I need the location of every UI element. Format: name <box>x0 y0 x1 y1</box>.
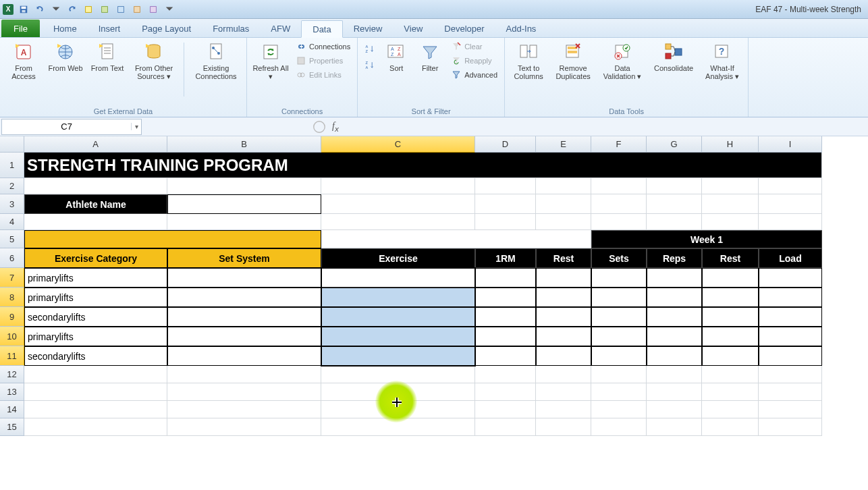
qat-custom3[interactable] <box>113 3 128 16</box>
cell[interactable] <box>647 418 702 436</box>
hdr-exercise[interactable]: Exercise <box>321 248 475 268</box>
name-box-input[interactable] <box>2 121 131 132</box>
col-head-A[interactable]: A <box>24 136 167 153</box>
cell[interactable] <box>321 178 475 194</box>
cell[interactable] <box>167 401 321 418</box>
tab-formulas[interactable]: Formulas <box>202 20 260 37</box>
tab-review[interactable]: Review <box>343 20 394 37</box>
cell[interactable] <box>647 366 702 383</box>
remove-duplicates-button[interactable]: Remove Duplicates <box>551 40 595 82</box>
tab-data[interactable]: Data <box>301 20 342 38</box>
cell[interactable] <box>647 194 702 214</box>
row-head-3[interactable]: 3 <box>0 194 24 214</box>
cell[interactable] <box>475 178 536 194</box>
set-system-cell[interactable] <box>167 346 321 366</box>
cell[interactable] <box>536 214 591 230</box>
tab-file[interactable]: File <box>1 20 40 37</box>
row-head-8[interactable]: 8 <box>0 288 24 307</box>
cell[interactable] <box>591 178 647 194</box>
set-system-cell[interactable] <box>167 288 321 307</box>
data-cell[interactable] <box>536 346 591 366</box>
exercise-category-cell[interactable]: primarylifts <box>24 268 167 288</box>
cell[interactable] <box>702 214 759 230</box>
hdr-rest1[interactable]: Rest <box>536 248 591 268</box>
what-if-button[interactable]: ? What-If Analysis ▾ <box>701 40 744 82</box>
qat-custom2[interactable] <box>97 3 112 16</box>
tab-afw[interactable]: AFW <box>260 20 301 37</box>
cell[interactable] <box>321 401 475 418</box>
cell[interactable] <box>321 230 591 248</box>
cell[interactable] <box>647 178 702 194</box>
name-box-dropdown[interactable]: ▾ <box>131 123 141 130</box>
col-head-F[interactable]: F <box>591 136 647 153</box>
set-system-cell[interactable] <box>167 327 321 346</box>
exercise-cell[interactable] <box>321 327 475 346</box>
row-head-1[interactable]: 1 <box>0 153 24 178</box>
program-title[interactable]: STRENGTH TRAINING PROGRAM <box>24 153 822 178</box>
cell[interactable] <box>759 401 822 418</box>
row-head-4[interactable]: 4 <box>0 214 24 230</box>
qat-custom1[interactable] <box>81 3 96 16</box>
connections-button[interactable]: Connections <box>293 40 353 53</box>
cell[interactable] <box>647 214 702 230</box>
name-box[interactable]: ▾ <box>1 119 142 135</box>
col-head-E[interactable]: E <box>536 136 591 153</box>
row-head-9[interactable]: 9 <box>0 307 24 327</box>
cell[interactable] <box>475 366 536 383</box>
cell[interactable] <box>536 383 591 401</box>
filter-button[interactable]: Filter <box>414 40 445 74</box>
hdr-reps[interactable]: Reps <box>647 248 702 268</box>
data-cell[interactable] <box>536 288 591 307</box>
exercise-cell[interactable] <box>321 307 475 327</box>
hdr-load[interactable]: Load <box>759 248 822 268</box>
exercise-cell[interactable] <box>321 268 475 288</box>
row-head-10[interactable]: 10 <box>0 327 24 346</box>
data-cell[interactable] <box>647 327 702 346</box>
tab-developer[interactable]: Developer <box>433 20 495 37</box>
cell[interactable] <box>536 178 591 194</box>
col-head-D[interactable]: D <box>475 136 536 153</box>
cell[interactable] <box>475 383 536 401</box>
cell[interactable] <box>759 366 822 383</box>
cell[interactable] <box>24 178 167 194</box>
data-cell[interactable] <box>702 307 759 327</box>
cell[interactable] <box>321 418 475 436</box>
qat-custom4[interactable] <box>130 3 144 16</box>
from-web-button[interactable]: From Web <box>46 40 85 74</box>
data-cell[interactable] <box>647 307 702 327</box>
cell[interactable] <box>167 383 321 401</box>
cell[interactable] <box>321 366 475 383</box>
cell[interactable] <box>536 366 591 383</box>
cell[interactable] <box>702 366 759 383</box>
existing-connections-button[interactable]: Existing Connections <box>190 40 242 82</box>
select-all-corner[interactable] <box>0 136 24 153</box>
data-cell[interactable] <box>591 268 647 288</box>
cell[interactable] <box>536 401 591 418</box>
text-to-columns-button[interactable]: Text to Columns <box>509 40 548 82</box>
cell[interactable] <box>167 418 321 436</box>
cell[interactable] <box>647 401 702 418</box>
cell[interactable] <box>475 418 536 436</box>
refresh-all-button[interactable]: Refresh All ▾ <box>251 40 290 82</box>
cell[interactable] <box>167 178 321 194</box>
cell[interactable] <box>536 194 591 214</box>
cell[interactable] <box>24 418 167 436</box>
data-cell[interactable] <box>702 346 759 366</box>
data-cell[interactable] <box>647 288 702 307</box>
data-cell[interactable] <box>475 346 536 366</box>
category-band[interactable] <box>24 230 321 248</box>
sort-az-button[interactable]: AZ <box>362 43 378 56</box>
cell[interactable] <box>759 214 822 230</box>
data-cell[interactable] <box>702 288 759 307</box>
row-head-15[interactable]: 15 <box>0 418 24 436</box>
cell[interactable] <box>591 366 647 383</box>
tab-insert[interactable]: Insert <box>88 20 132 37</box>
data-cell[interactable] <box>475 307 536 327</box>
data-cell[interactable] <box>702 327 759 346</box>
hdr-exercise-category[interactable]: Exercise Category <box>24 248 167 268</box>
data-cell[interactable] <box>591 346 647 366</box>
data-cell[interactable] <box>647 346 702 366</box>
athlete-label[interactable]: Athlete Name <box>24 194 167 214</box>
data-cell[interactable] <box>536 327 591 346</box>
tab-addins[interactable]: Add-Ins <box>495 20 547 37</box>
